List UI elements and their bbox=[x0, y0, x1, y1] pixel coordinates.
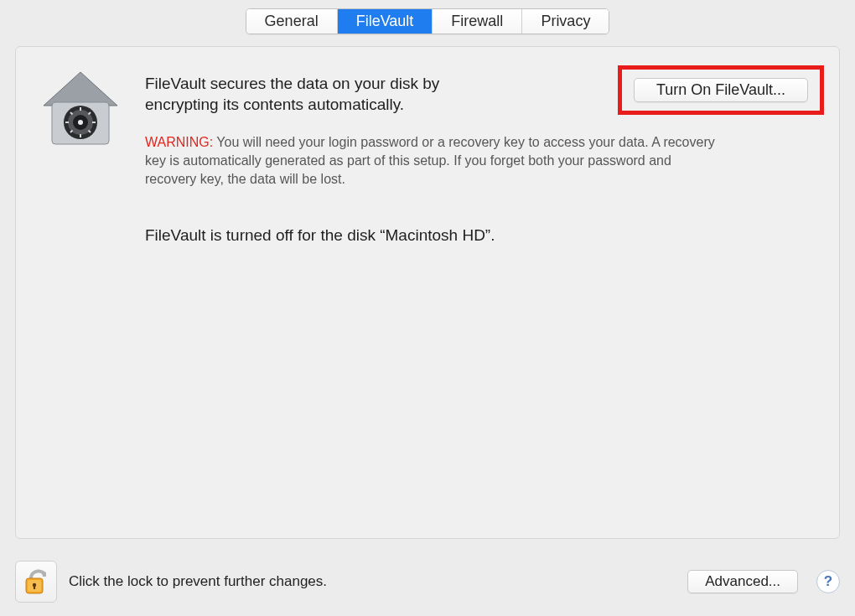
filevault-house-icon bbox=[34, 69, 127, 153]
warning-block: WARNING: You will need your login passwo… bbox=[145, 133, 723, 188]
tab-bar-container: General FileVault Firewall Privacy bbox=[0, 0, 855, 34]
svg-rect-17 bbox=[34, 585, 35, 589]
status-line: FileVault is turned off for the disk “Ma… bbox=[145, 226, 821, 245]
lock-hint-text: Click the lock to prevent further change… bbox=[69, 573, 327, 590]
tab-firewall[interactable]: Firewall bbox=[433, 9, 522, 34]
lock-button[interactable] bbox=[15, 561, 57, 603]
help-button[interactable]: ? bbox=[816, 570, 840, 593]
tab-general[interactable]: General bbox=[246, 9, 338, 34]
advanced-button[interactable]: Advanced... bbox=[687, 570, 798, 593]
highlight-box: Turn On FileVault... bbox=[618, 65, 824, 115]
filevault-panel: FileVault secures the data on your disk … bbox=[15, 46, 840, 539]
svg-point-13 bbox=[78, 120, 83, 125]
warning-text: You will need your login password or a r… bbox=[145, 135, 715, 185]
warning-label: WARNING: bbox=[145, 135, 213, 149]
tab-privacy[interactable]: Privacy bbox=[522, 9, 609, 34]
filevault-description: FileVault secures the data on your disk … bbox=[145, 74, 505, 115]
turn-on-filevault-button[interactable]: Turn On FileVault... bbox=[634, 78, 808, 102]
tab-bar: General FileVault Firewall Privacy bbox=[246, 8, 610, 34]
lock-open-icon bbox=[22, 563, 50, 600]
svg-marker-0 bbox=[44, 72, 117, 106]
tab-filevault[interactable]: FileVault bbox=[338, 9, 433, 34]
footer: Click the lock to prevent further change… bbox=[15, 561, 840, 603]
